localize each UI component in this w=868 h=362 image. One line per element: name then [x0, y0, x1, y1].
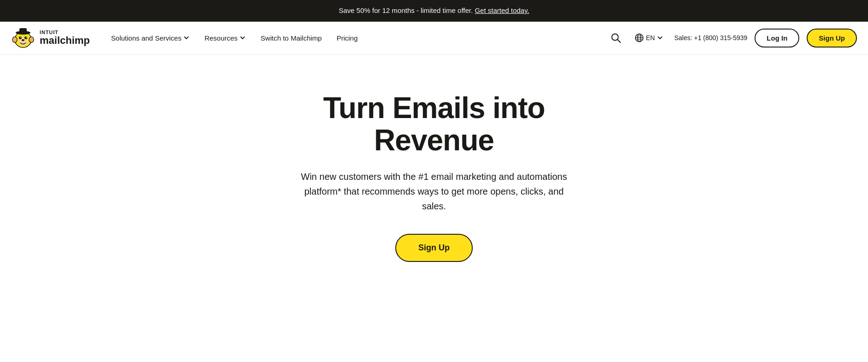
logo-text: INTUIT mailchimp: [40, 30, 90, 46]
search-icon: [611, 33, 621, 43]
language-selector[interactable]: EN: [631, 30, 666, 45]
login-button[interactable]: Log In: [755, 29, 799, 47]
top-banner: Save 50% for 12 months - limited time of…: [0, 0, 868, 22]
nav-right: EN Sales: +1 (800) 315-5939 Log In Sign …: [608, 29, 857, 47]
nav-item-solutions[interactable]: Solutions and Services: [105, 30, 196, 46]
svg-point-3: [13, 38, 16, 42]
svg-point-9: [26, 37, 27, 38]
hero-subtitle: Win new customers with the #1 email mark…: [291, 169, 577, 214]
chevron-down-icon: [183, 35, 190, 41]
mailchimp-logo-icon: [11, 26, 35, 50]
hero-title: Turn Emails into Revenue: [273, 92, 595, 157]
svg-point-6: [19, 36, 22, 39]
lang-label: EN: [646, 34, 654, 42]
svg-point-10: [22, 39, 24, 41]
navbar: INTUIT mailchimp Solutions and Services …: [0, 22, 868, 55]
svg-point-8: [20, 37, 21, 38]
search-button[interactable]: [608, 30, 624, 46]
svg-point-4: [30, 38, 33, 42]
logo-link[interactable]: INTUIT mailchimp: [11, 26, 90, 50]
nav-item-resources[interactable]: Resources: [198, 30, 252, 46]
sales-phone: Sales: +1 (800) 315-5939: [674, 34, 747, 42]
svg-point-7: [24, 36, 27, 39]
globe-icon: [635, 33, 644, 42]
nav-item-switch[interactable]: Switch to Mailchimp: [254, 30, 328, 46]
banner-text: Save 50% for 12 months - limited time of…: [339, 6, 473, 14]
chevron-down-icon: [239, 35, 246, 41]
signup-hero-button[interactable]: Sign Up: [395, 234, 473, 262]
chevron-down-icon: [657, 35, 663, 41]
nav-links: Solutions and Services Resources Switch …: [105, 30, 608, 46]
signup-nav-button[interactable]: Sign Up: [807, 29, 857, 47]
svg-line-14: [618, 40, 620, 42]
svg-rect-12: [19, 28, 27, 34]
nav-item-pricing[interactable]: Pricing: [330, 30, 364, 46]
logo-mailchimp-label: mailchimp: [40, 35, 90, 46]
hero-section: Turn Emails into Revenue Win new custome…: [0, 55, 868, 309]
banner-link[interactable]: Get started today.: [475, 6, 529, 14]
